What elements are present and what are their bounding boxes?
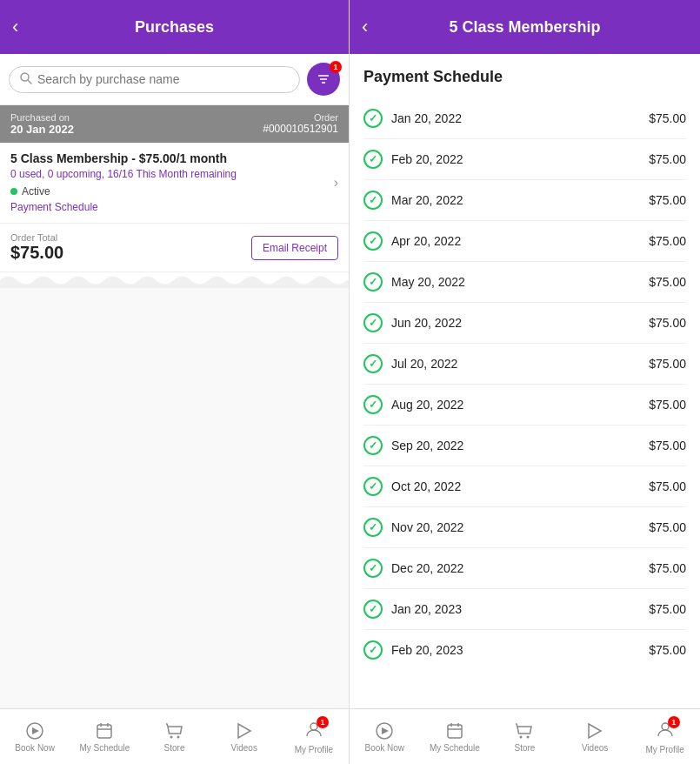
ps-left: Jun 20, 2022 xyxy=(363,313,462,332)
ps-amount: $75.00 xyxy=(649,111,686,125)
right-header: ‹ 5 Class Membership xyxy=(350,0,700,54)
ps-date: Jan 20, 2022 xyxy=(391,111,462,125)
ps-left: Aug 20, 2022 xyxy=(363,395,463,414)
profile-icon-wrap: 1 xyxy=(304,720,323,742)
left-spacer xyxy=(0,288,349,708)
check-icon xyxy=(363,477,383,496)
ps-left: May 20, 2022 xyxy=(363,272,465,292)
right-bottom-nav: Book Now My Schedule Store Vi xyxy=(350,708,700,764)
payment-schedule-row: Mar 20, 2022 $75.00 xyxy=(363,180,686,221)
order-total-label: Order Total xyxy=(10,232,63,243)
filter-badge: 1 xyxy=(330,61,342,73)
search-input[interactable] xyxy=(37,72,289,86)
check-icon xyxy=(363,231,383,251)
nav-item-my-schedule[interactable]: My Schedule xyxy=(70,716,139,758)
ps-date: Feb 20, 2022 xyxy=(391,152,463,166)
ps-amount: $75.00 xyxy=(649,398,686,412)
search-bar-area: 1 xyxy=(0,54,349,105)
svg-point-22 xyxy=(527,735,530,738)
right-store-icon xyxy=(515,721,534,741)
check-icon xyxy=(363,354,383,373)
right-nav-item-my-schedule[interactable]: My Schedule xyxy=(420,716,490,758)
payment-schedule-row: Feb 20, 2023 $75.00 xyxy=(363,630,686,670)
right-nav-item-videos[interactable]: Videos xyxy=(560,716,630,758)
ps-amount: $75.00 xyxy=(649,275,686,289)
ps-date: Jun 20, 2022 xyxy=(391,316,462,330)
payment-schedule-row: Oct 20, 2022 $75.00 xyxy=(363,466,686,507)
ps-left: Dec 20, 2022 xyxy=(363,559,463,578)
payment-schedule-row: Aug 20, 2022 $75.00 xyxy=(363,385,686,426)
nav-label-videos: Videos xyxy=(231,743,257,753)
svg-point-11 xyxy=(170,735,172,738)
left-panel: ‹ Purchases 1 Purchased on 20 J xyxy=(0,0,350,764)
ps-date: Apr 20, 2022 xyxy=(391,234,461,248)
nav-label-my-profile: My Profile xyxy=(295,745,333,754)
ps-left: Jan 20, 2023 xyxy=(363,600,462,619)
ps-amount: $75.00 xyxy=(649,439,686,452)
ps-left: Jan 20, 2022 xyxy=(363,109,462,128)
svg-point-12 xyxy=(177,735,179,738)
right-nav-label-videos: Videos xyxy=(582,743,608,753)
right-videos-icon xyxy=(585,721,604,741)
payment-schedule-row: Jun 20, 2022 $75.00 xyxy=(363,303,686,344)
right-nav-label-my-schedule: My Schedule xyxy=(430,743,480,753)
svg-marker-16 xyxy=(382,727,389,734)
ps-left: Nov 20, 2022 xyxy=(363,518,463,537)
left-back-button[interactable]: ‹ xyxy=(12,16,18,38)
email-receipt-button[interactable]: Email Receipt xyxy=(251,236,338,260)
check-icon xyxy=(363,313,383,332)
filter-button[interactable]: 1 xyxy=(307,63,340,96)
order-label: Order xyxy=(263,112,338,123)
check-icon xyxy=(363,191,383,210)
payment-schedule-link[interactable]: Payment Schedule xyxy=(10,201,98,213)
order-total-value: $75.00 xyxy=(10,243,63,263)
payment-schedule-row: Nov 20, 2022 $75.00 xyxy=(363,507,686,548)
right-nav-item-my-profile[interactable]: 1 My Profile xyxy=(630,714,700,760)
ps-left: Jul 20, 2022 xyxy=(363,354,457,373)
purchase-item-title: 5 Class Membership - $75.00/1 month xyxy=(10,151,338,165)
ps-amount: $75.00 xyxy=(649,643,686,657)
right-nav-label-my-profile: My Profile xyxy=(645,745,683,754)
ps-amount: $75.00 xyxy=(649,234,686,248)
right-nav-item-book-now[interactable]: Book Now xyxy=(350,716,420,758)
nav-item-store[interactable]: Store xyxy=(139,716,209,758)
ps-amount: $75.00 xyxy=(649,479,686,493)
payment-schedule-row: Sep 20, 2022 $75.00 xyxy=(363,426,686,466)
right-back-button[interactable]: ‹ xyxy=(362,16,368,38)
right-nav-label-store: Store xyxy=(515,743,536,753)
nav-label-my-schedule: My Schedule xyxy=(79,743,130,753)
ps-date: Nov 20, 2022 xyxy=(391,520,463,534)
left-title: Purchases xyxy=(135,18,214,37)
status-dot xyxy=(10,188,17,195)
profile-nav-badge: 1 xyxy=(317,716,329,728)
nav-label-store: Store xyxy=(164,743,185,753)
ps-left: Oct 20, 2022 xyxy=(363,477,461,496)
ps-left: Feb 20, 2022 xyxy=(363,150,463,169)
payment-schedule-content: Payment Schedule Jan 20, 2022 $75.00 Feb… xyxy=(350,54,700,708)
my-schedule-icon xyxy=(95,721,114,741)
payment-schedule-row: Jul 20, 2022 $75.00 xyxy=(363,344,686,385)
nav-item-videos[interactable]: Videos xyxy=(210,716,279,758)
wavy-divider xyxy=(0,272,349,288)
purchase-item-subtitle: 0 used, 0 upcoming, 16/16 This Month rem… xyxy=(10,168,338,180)
purchased-on-date: 20 Jan 2022 xyxy=(10,123,74,136)
right-profile-nav-badge: 1 xyxy=(668,716,680,728)
ps-date: Aug 20, 2022 xyxy=(391,398,463,412)
right-nav-item-store[interactable]: Store xyxy=(490,716,560,758)
ps-date: Mar 20, 2022 xyxy=(391,193,463,207)
check-icon xyxy=(363,559,383,578)
payment-schedule-row: Jan 20, 2023 $75.00 xyxy=(363,589,686,630)
ps-amount: $75.00 xyxy=(649,357,686,371)
payment-schedule-row: Feb 20, 2022 $75.00 xyxy=(363,139,686,180)
check-icon xyxy=(363,109,383,128)
right-nav-label-book-now: Book Now xyxy=(365,743,405,753)
ps-amount: $75.00 xyxy=(649,520,686,534)
payment-schedule-row: Jan 20, 2022 $75.00 xyxy=(363,98,686,139)
nav-item-my-profile[interactable]: 1 My Profile xyxy=(279,714,349,760)
nav-item-book-now[interactable]: Book Now xyxy=(0,716,70,758)
purchase-item-card[interactable]: 5 Class Membership - $75.00/1 month 0 us… xyxy=(0,143,349,224)
right-panel: ‹ 5 Class Membership Payment Schedule Ja… xyxy=(350,0,700,764)
check-icon xyxy=(363,640,383,660)
store-icon xyxy=(165,721,184,741)
ps-date: Sep 20, 2022 xyxy=(391,439,463,452)
